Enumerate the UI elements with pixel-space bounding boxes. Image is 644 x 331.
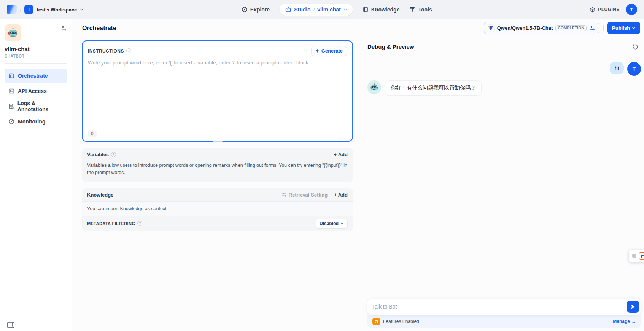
sidebar-item-api-access[interactable]: API Access bbox=[5, 84, 67, 98]
plus-icon: + bbox=[334, 152, 337, 157]
app-type-label: CHATBOT bbox=[5, 54, 67, 58]
features-enabled-label: Features Enabled bbox=[383, 319, 419, 324]
knowledge-icon bbox=[363, 6, 369, 13]
send-icon bbox=[630, 304, 636, 310]
generate-button[interactable]: ✦ Generate bbox=[311, 46, 347, 56]
pill-separator: / bbox=[313, 7, 315, 13]
monitoring-icon bbox=[8, 118, 14, 125]
publish-button[interactable]: Publish bbox=[607, 22, 640, 34]
sidebar-item-label: Monitoring bbox=[18, 118, 45, 125]
knowledge-description: You can import Knowledge as context bbox=[82, 201, 353, 216]
variables-title: Variables bbox=[87, 152, 109, 157]
sidebar-item-label: Logs & Annotations bbox=[17, 100, 64, 112]
workspace-avatar[interactable]: T bbox=[24, 5, 33, 14]
help-icon[interactable]: ? bbox=[111, 152, 116, 157]
knowledge-card: Knowledge Retrieval Setting + Add bbox=[82, 188, 353, 231]
explore-icon bbox=[242, 6, 248, 13]
plugins-button[interactable]: PLUGINS bbox=[590, 7, 620, 13]
nav-studio-pill[interactable]: Studio / vllm-chat bbox=[280, 4, 353, 16]
breadcrumb-separator: / bbox=[20, 6, 21, 13]
sidebar-item-logs-annotations[interactable]: Logs & Annotations bbox=[5, 99, 67, 114]
chat-area: hi T 你好！有什么问题我可以帮助你吗？ bbox=[362, 52, 644, 299]
sidebar-item-label: API Access bbox=[18, 88, 47, 94]
retrieval-setting-button[interactable]: Retrieval Setting bbox=[281, 192, 328, 198]
user-message-bubble: hi bbox=[610, 62, 624, 74]
collapse-panel-icon bbox=[7, 322, 14, 328]
chat-message-user: hi T bbox=[367, 62, 641, 76]
sidebar-item-monitoring[interactable]: Monitoring bbox=[5, 114, 67, 129]
robot-emoji-icon bbox=[8, 27, 18, 38]
add-knowledge-button[interactable]: + Add bbox=[334, 192, 348, 198]
chat-input[interactable] bbox=[367, 304, 627, 310]
nav-studio-label: Studio bbox=[294, 6, 311, 13]
chevron-down-icon[interactable] bbox=[343, 8, 347, 11]
features-icon bbox=[372, 318, 380, 325]
metadata-filtering-value: Disabled bbox=[320, 221, 339, 226]
orchestrate-config-panel: INSTRUCTIONS ? ✦ Generate 0 bbox=[72, 37, 362, 331]
variables-card: Variables ? + Add Variables allow users … bbox=[82, 148, 353, 182]
dify-logo bbox=[7, 5, 17, 14]
sparkle-icon: ✦ bbox=[315, 48, 320, 53]
restart-conversation-icon[interactable] bbox=[632, 43, 639, 50]
extension-widget[interactable] bbox=[629, 250, 644, 262]
page-title: Orchestrate bbox=[82, 25, 116, 32]
model-selector[interactable]: Qwen/Qwen1.5-7B-Chat COMPLETION bbox=[484, 22, 599, 34]
plugins-icon bbox=[590, 7, 595, 13]
chat-input-card bbox=[367, 299, 641, 315]
nav-explore[interactable]: Explore bbox=[242, 6, 270, 13]
nav-knowledge[interactable]: Knowledge bbox=[363, 6, 400, 13]
arrow-right-icon: → bbox=[631, 319, 636, 324]
collapse-panel-button[interactable] bbox=[7, 322, 14, 328]
user-avatar[interactable]: T bbox=[626, 4, 637, 15]
generate-label: Generate bbox=[321, 48, 343, 54]
chevron-down-icon[interactable] bbox=[80, 8, 84, 11]
user-chat-avatar: T bbox=[627, 62, 641, 76]
plus-icon: + bbox=[334, 192, 337, 198]
app-name: vllm-chat bbox=[5, 46, 67, 52]
sidebar-item-label: Orchestrate bbox=[18, 73, 48, 79]
instructions-title: INSTRUCTIONS bbox=[88, 48, 124, 54]
sidebar-item-orchestrate[interactable]: Orchestrate bbox=[5, 69, 67, 83]
content-header: Orchestrate Qwen/Qwen1.5-7B-Chat COMPLET… bbox=[72, 19, 644, 37]
send-button[interactable] bbox=[627, 301, 639, 313]
tools-icon bbox=[409, 6, 415, 13]
chevron-down-icon bbox=[632, 26, 636, 30]
extension-dot-icon[interactable] bbox=[632, 254, 636, 258]
instructions-input[interactable] bbox=[88, 60, 347, 129]
chat-footer: Features Enabled Manage → bbox=[362, 299, 644, 331]
add-variable-button[interactable]: + Add bbox=[334, 152, 348, 157]
knowledge-title: Knowledge bbox=[87, 192, 113, 198]
model-parameters-icon[interactable] bbox=[589, 25, 595, 31]
chevron-down-icon bbox=[340, 222, 344, 225]
debug-preview-panel: Debug & Preview hi T 你好！有什么问题我可以帮助你吗 bbox=[362, 37, 644, 331]
app-icon[interactable] bbox=[5, 24, 21, 41]
character-count: 0 bbox=[88, 130, 97, 137]
resize-handle[interactable] bbox=[213, 141, 223, 142]
robot-icon bbox=[285, 6, 291, 13]
nav-tools[interactable]: Tools bbox=[409, 6, 432, 13]
help-icon[interactable]: ? bbox=[137, 221, 142, 226]
bot-chat-avatar bbox=[367, 80, 381, 94]
nav-tools-label: Tools bbox=[418, 6, 432, 13]
add-knowledge-label: Add bbox=[338, 192, 348, 198]
app-settings-icon[interactable] bbox=[61, 25, 67, 32]
retrieval-setting-label: Retrieval Setting bbox=[289, 192, 328, 198]
chat-message-bot: 你好！有什么问题我可以帮助你吗？ bbox=[367, 80, 641, 96]
metadata-filtering-row: METADATA FILTERING ? Disabled bbox=[82, 216, 353, 231]
metadata-filtering-select[interactable]: Disabled bbox=[316, 219, 348, 229]
help-icon[interactable]: ? bbox=[126, 48, 131, 53]
orchestrate-icon bbox=[8, 73, 14, 79]
manage-features-link[interactable]: Manage → bbox=[613, 319, 636, 324]
vllm-logo-icon bbox=[487, 24, 495, 32]
workspace-name[interactable]: test's Workspace bbox=[37, 7, 77, 13]
metadata-filtering-title: METADATA FILTERING bbox=[87, 221, 135, 226]
manage-label: Manage bbox=[613, 319, 630, 324]
nav-explore-label: Explore bbox=[250, 6, 270, 13]
extension-badge-icon[interactable] bbox=[639, 252, 644, 260]
publish-label: Publish bbox=[612, 25, 630, 31]
top-navigation-bar: / T test's Workspace Explore Studio / vl… bbox=[0, 0, 644, 19]
header-separator bbox=[603, 25, 604, 31]
add-variable-label: Add bbox=[338, 152, 348, 157]
debug-preview-title: Debug & Preview bbox=[367, 43, 414, 50]
nav-knowledge-label: Knowledge bbox=[371, 6, 400, 13]
